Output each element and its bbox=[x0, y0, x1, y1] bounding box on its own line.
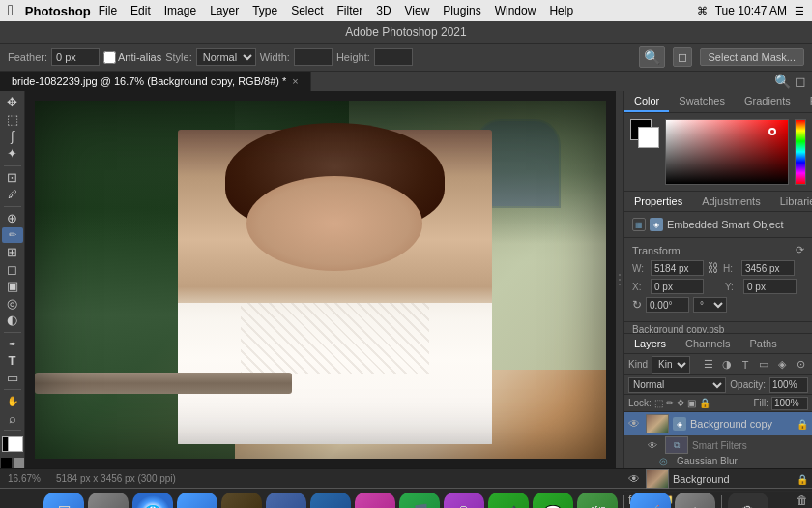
layer-visibility-eye[interactable]: 👁 bbox=[628, 417, 642, 431]
eyedropper-tool[interactable]: 🖊 bbox=[2, 187, 23, 202]
tab-patterns[interactable]: Patterns bbox=[800, 91, 812, 112]
eraser-tool[interactable]: ◻ bbox=[2, 261, 23, 277]
dock-itunes[interactable]: ♪ bbox=[355, 493, 395, 508]
fill-input[interactable] bbox=[771, 397, 808, 410]
height-value-input[interactable] bbox=[741, 260, 795, 276]
dock-mail[interactable]: ✉ bbox=[177, 493, 218, 508]
layer-background-copy[interactable]: 👁 ◈ Background copy 🔒 bbox=[624, 412, 812, 435]
dock-podcasts[interactable]: 🎙 bbox=[444, 493, 484, 508]
menu-image[interactable]: Image bbox=[164, 4, 196, 17]
dock-launchpad[interactable]: ⊞ bbox=[88, 493, 129, 508]
dock-finder[interactable]: 🖥 bbox=[44, 493, 84, 508]
delete-layer-icon[interactable]: 🗑 bbox=[797, 493, 808, 507]
menu-filter[interactable]: Filter bbox=[337, 4, 363, 17]
menu-layer[interactable]: Layer bbox=[210, 4, 239, 17]
dock-maps[interactable]: 🗺 bbox=[577, 493, 618, 508]
hue-spectrum[interactable] bbox=[795, 119, 806, 185]
text-tool[interactable]: T bbox=[2, 353, 23, 369]
brush-tool[interactable]: ✏ bbox=[2, 227, 23, 243]
tab-libraries[interactable]: Libraries bbox=[770, 192, 812, 211]
filter-pixel-icon[interactable]: ☰ bbox=[701, 357, 716, 373]
healing-brush-tool[interactable]: ⊕ bbox=[2, 210, 23, 225]
select-and-mask-button[interactable]: Select and Mask... bbox=[700, 48, 805, 66]
color-picker-dot[interactable] bbox=[768, 128, 776, 135]
tab-close-icon[interactable]: × bbox=[292, 75, 298, 87]
menu-type[interactable]: Type bbox=[252, 4, 277, 17]
rectangular-marquee-tool[interactable]: ⬚ bbox=[2, 112, 23, 128]
tab-adjustments[interactable]: Adjustments bbox=[692, 192, 770, 211]
blur-tool[interactable]: ◎ bbox=[2, 295, 23, 311]
dock-chrome[interactable]: 🌐 bbox=[132, 493, 173, 508]
lock-all-icon[interactable]: 🔒 bbox=[699, 398, 710, 408]
arrange-btn[interactable]: ◻ bbox=[673, 47, 692, 67]
panel-resize-handle[interactable] bbox=[616, 91, 624, 468]
tab-properties[interactable]: Properties bbox=[624, 192, 692, 211]
saturation-brightness-picker[interactable] bbox=[665, 119, 789, 185]
opacity-input[interactable] bbox=[769, 377, 808, 393]
layer-kind-select[interactable]: Kind bbox=[652, 356, 690, 374]
tab-paths[interactable]: Paths bbox=[740, 334, 787, 353]
blend-mode-select[interactable]: Normal bbox=[628, 377, 726, 393]
menu-view[interactable]: View bbox=[405, 4, 430, 17]
zoom-out-icon[interactable]: 🔍 bbox=[774, 74, 791, 89]
quick-mask-mode[interactable] bbox=[14, 458, 24, 468]
lock-transparent-icon[interactable]: ⬚ bbox=[654, 398, 663, 408]
arrange-panels-icon[interactable]: ◻ bbox=[795, 74, 806, 89]
zoom-tool[interactable]: ⌕ bbox=[2, 411, 23, 427]
clone-stamp-tool[interactable]: ⊞ bbox=[2, 245, 23, 260]
transform-link-icon[interactable]: ⟳ bbox=[796, 244, 804, 256]
menu-window[interactable]: Window bbox=[495, 4, 536, 17]
lock-position-icon[interactable]: ✥ bbox=[677, 398, 684, 408]
layer-background[interactable]: 👁 Background 🔒 bbox=[624, 467, 812, 491]
hand-tool[interactable]: ✋ bbox=[2, 394, 23, 409]
document-tab[interactable]: bride-1082239.jpg @ 16.7% (Background co… bbox=[0, 72, 311, 91]
gradient-tool[interactable]: ▣ bbox=[2, 279, 23, 294]
dock-facetime[interactable]: 📹 bbox=[488, 493, 529, 508]
style-select[interactable]: Normal bbox=[196, 48, 256, 66]
dock-lightroom[interactable]: Lr bbox=[266, 493, 306, 508]
color-swatches[interactable] bbox=[630, 119, 659, 148]
tab-gradients[interactable]: Gradients bbox=[735, 91, 800, 112]
menu-select[interactable]: Select bbox=[291, 4, 323, 17]
pen-tool[interactable]: ✒ bbox=[2, 336, 23, 351]
dock-spotify[interactable]: 🎵 bbox=[399, 493, 440, 508]
standard-mode[interactable] bbox=[1, 458, 12, 468]
lock-pixels-icon[interactable]: ✏ bbox=[666, 398, 674, 408]
height-input[interactable] bbox=[374, 48, 413, 66]
dock-systemprefs[interactable]: ⚙ bbox=[675, 493, 715, 508]
apple-menu[interactable]:  bbox=[8, 2, 14, 19]
foreground-background-colors[interactable] bbox=[0, 434, 25, 454]
feather-input[interactable] bbox=[51, 48, 100, 66]
dock-messages[interactable]: 💬 bbox=[533, 493, 573, 508]
lasso-tool[interactable]: ʃ bbox=[2, 129, 23, 144]
filter-shape-icon[interactable]: ▭ bbox=[756, 357, 771, 373]
anti-alias-checkbox[interactable] bbox=[103, 51, 116, 64]
dock-lightroom-classic[interactable]: Lr bbox=[221, 493, 262, 508]
dock-photoshop[interactable]: Ps bbox=[310, 493, 351, 508]
filter-toggle-icon[interactable]: ⊙ bbox=[793, 357, 808, 373]
rotation-input[interactable] bbox=[646, 297, 689, 313]
layer-bg-eye[interactable]: 👁 bbox=[628, 472, 642, 486]
move-tool[interactable]: ✥ bbox=[2, 95, 23, 110]
tab-color[interactable]: Color bbox=[624, 91, 669, 112]
color-gradient-field[interactable] bbox=[665, 119, 789, 185]
y-value-input[interactable] bbox=[743, 279, 797, 294]
filter-smart-icon[interactable]: ◈ bbox=[774, 357, 790, 373]
background-swatch[interactable] bbox=[638, 127, 659, 148]
gaussian-blur-filter[interactable]: ◎ Gaussian Blur bbox=[624, 455, 812, 467]
x-value-input[interactable] bbox=[651, 279, 704, 294]
menu-file[interactable]: File bbox=[99, 4, 117, 17]
dock-trash[interactable]: 🗑 bbox=[728, 493, 768, 508]
filter-type-icon[interactable]: T bbox=[738, 357, 753, 373]
rotation-unit[interactable]: ° bbox=[693, 297, 727, 313]
tab-swatches[interactable]: Swatches bbox=[669, 91, 735, 112]
menu-plugins[interactable]: Plugins bbox=[443, 4, 480, 17]
smart-filters-group[interactable]: 👁 ⧉ Smart Filters bbox=[624, 435, 812, 455]
filters-eye[interactable]: 👁 bbox=[648, 440, 661, 451]
crop-tool[interactable]: ⊡ bbox=[2, 169, 23, 185]
dodge-tool[interactable]: ◐ bbox=[2, 313, 23, 328]
dock-appstore[interactable]: 🛒 bbox=[630, 493, 671, 508]
lock-artboard-icon[interactable]: ▣ bbox=[687, 398, 696, 408]
menu-edit[interactable]: Edit bbox=[130, 4, 151, 17]
shape-tool[interactable]: ▭ bbox=[2, 371, 23, 386]
